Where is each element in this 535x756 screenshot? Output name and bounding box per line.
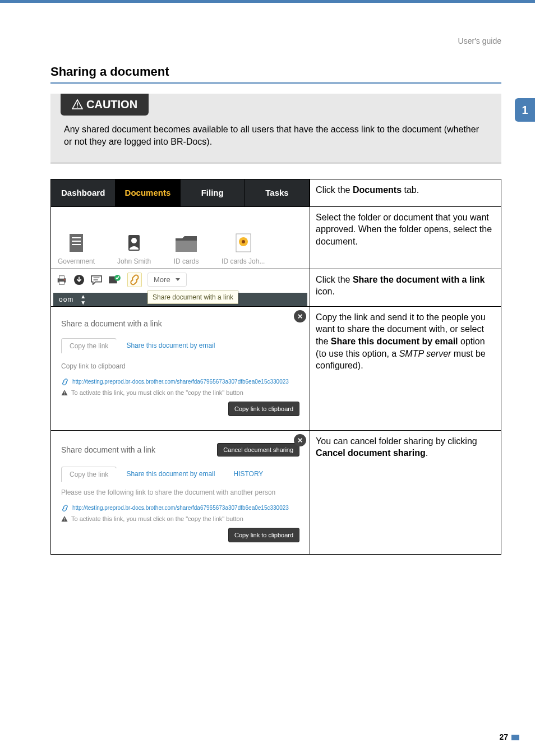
svg-rect-2 (70, 234, 83, 252)
page-number: 27 (499, 732, 508, 741)
desc-text: tab. (402, 185, 419, 195)
folder-browser: Government John Smith (51, 207, 310, 269)
table-row: Dashboard Documents Filing Tasks Click t… (51, 179, 501, 206)
svg-rect-12 (59, 276, 64, 279)
modal-tabs: Copy the link Share this document by ema… (61, 338, 299, 353)
desc-bold: Cancel document sharing (316, 448, 426, 458)
table-row: × Share a document with a link Copy the … (51, 306, 501, 430)
svg-rect-0 (77, 103, 78, 106)
caution-body: Any shared document becomes available to… (50, 116, 501, 162)
desc-italic: SMTP server (399, 349, 451, 358)
screenshot-cell: × Share document with a link Cancel docu… (51, 430, 310, 554)
svg-point-10 (242, 240, 245, 243)
folder-icon (173, 233, 199, 254)
desc-text: Click the (316, 185, 353, 195)
comment-icon[interactable] (90, 275, 103, 285)
svg-point-7 (131, 238, 137, 243)
printer-icon[interactable] (56, 274, 68, 285)
toolbar: More oom ▲▼ Share document with a link (51, 269, 310, 306)
caution-box: CAUTION Any shared document becomes avai… (50, 94, 501, 162)
more-dropdown[interactable]: More (147, 273, 187, 287)
tab-filing[interactable]: Filing (181, 179, 245, 206)
section-title: Sharing a document (50, 64, 501, 84)
close-icon[interactable]: × (294, 434, 306, 446)
svg-rect-1 (77, 107, 78, 108)
activation-warning: To activate this link, you must click on… (61, 515, 299, 522)
building-icon (65, 232, 87, 254)
folder-label: John Smith (117, 257, 151, 265)
content-area: Sharing a document CAUTION Any shared do… (0, 3, 535, 555)
cancel-sharing-button[interactable]: Cancel document sharing (217, 443, 299, 457)
tab-copy-link[interactable]: Copy the link (61, 338, 117, 353)
svg-rect-5 (72, 244, 81, 245)
link-icon (61, 504, 69, 512)
warning-triangle-icon (72, 99, 83, 109)
svg-rect-20 (64, 391, 65, 394)
desc-text: Click the (316, 275, 353, 284)
screenshot-cell: Government John Smith (51, 206, 310, 269)
share-url-row: http://testing.preprod.br-docs.brother.c… (61, 378, 299, 386)
folder-label: Government (58, 257, 95, 265)
zoom-arrows-icon[interactable]: ▲▼ (80, 293, 86, 306)
person-icon (123, 232, 145, 254)
share-modal-active: × Share document with a link Cancel docu… (51, 431, 310, 554)
copy-link-button[interactable]: Copy link to clipboard (228, 402, 299, 416)
chapter-side-tab: 1 (515, 98, 535, 122)
header-guide-label: User's guide (458, 36, 501, 45)
svg-point-14 (63, 279, 64, 280)
tab-dashboard[interactable]: Dashboard (51, 179, 116, 206)
description-cell: Copy the link and send it to the people … (310, 306, 501, 430)
tab-tasks[interactable]: Tasks (245, 179, 310, 206)
folder-label: ID cards Joh... (222, 257, 265, 265)
desc-bold: Share this document by email (331, 336, 458, 346)
desc-bold: Share the document with a link (353, 275, 485, 284)
description-cell: You can cancel folder sharing by clickin… (310, 430, 501, 554)
table-row: Government John Smith (51, 206, 501, 269)
close-icon[interactable]: × (294, 310, 306, 322)
desc-text: You can cancel folder sharing by clickin… (316, 436, 477, 446)
activation-warning: To activate this link, you must click on… (61, 389, 299, 396)
share-url-text: http://testing.preprod.br-docs.brother.c… (72, 505, 289, 511)
page-number-accent (511, 735, 519, 740)
tab-share-email[interactable]: Share this document by email (116, 467, 223, 482)
modal-title: Share a document with a link (61, 319, 299, 328)
modal-title: Share document with a link (61, 445, 155, 454)
svg-rect-22 (64, 518, 65, 520)
desc-text: . (426, 448, 428, 458)
approve-checklist-icon[interactable] (108, 275, 122, 285)
tab-history[interactable]: HISTORY (222, 467, 271, 482)
tab-documents[interactable]: Documents (116, 179, 180, 206)
caution-header: CAUTION (61, 94, 149, 116)
tab-copy-link[interactable]: Copy the link (61, 467, 117, 482)
share-url-text: http://testing.preprod.br-docs.brother.c… (72, 379, 289, 385)
page: User's guide 1 Sharing a document CAUTIO… (0, 0, 535, 756)
screenshot-cell: Dashboard Documents Filing Tasks (51, 179, 310, 206)
share-link-icon[interactable] (127, 273, 142, 287)
share-modal: × Share a document with a link Copy the … (51, 307, 310, 430)
more-label: More (154, 275, 170, 284)
copy-link-button[interactable]: Copy link to clipboard (228, 528, 299, 542)
modal-instruction: Please use the following link to share t… (61, 488, 299, 496)
screenshot-cell: More oom ▲▼ Share document with a link (51, 269, 310, 306)
svg-rect-13 (59, 282, 64, 284)
warning-icon (61, 515, 68, 522)
svg-rect-3 (72, 237, 81, 238)
download-icon[interactable] (73, 274, 85, 285)
folder-item-idcards[interactable]: ID cards (173, 233, 199, 265)
folder-item-government[interactable]: Government (58, 232, 95, 265)
zoom-label: oom (59, 296, 73, 303)
svg-rect-21 (64, 394, 65, 394)
table-row: More oom ▲▼ Share document with a link C… (51, 269, 501, 306)
folder-item-john[interactable]: John Smith (117, 232, 151, 265)
steps-table: Dashboard Documents Filing Tasks Click t… (50, 179, 501, 555)
caution-label: CAUTION (86, 98, 137, 110)
chevron-down-icon (175, 278, 181, 282)
desc-text: icon. (316, 287, 335, 296)
tab-share-email[interactable]: Share this document by email (116, 338, 223, 353)
description-cell: Click the Documents tab. (310, 179, 501, 206)
svg-rect-4 (72, 241, 81, 242)
desc-bold: Documents (353, 185, 402, 195)
share-url-row: http://testing.preprod.br-docs.brother.c… (61, 504, 299, 512)
modal-subtitle: Copy link to clipboard (61, 362, 299, 370)
folder-item-idcardsjoh[interactable]: ID cards Joh... (222, 232, 265, 265)
